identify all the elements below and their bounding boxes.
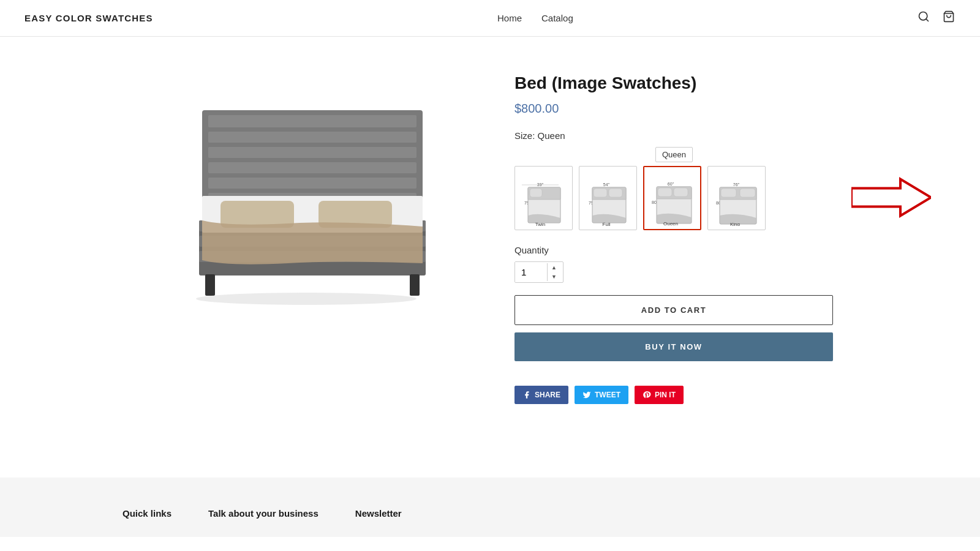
svg-text:King: King [730, 222, 740, 226]
svg-rect-4 [208, 115, 417, 127]
svg-text:Queen: Queen [663, 221, 678, 225]
site-logo: EASY COLOR SWATCHES [24, 13, 153, 23]
footer-columns: Quick links Talk about your business New… [123, 508, 858, 519]
nav-catalog[interactable]: Catalog [541, 13, 573, 23]
site-header: EASY COLOR SWATCHES Home Catalog [0, 0, 980, 37]
svg-rect-46 [740, 189, 755, 197]
svg-text:60": 60" [668, 182, 674, 186]
svg-text:Full: Full [603, 222, 611, 226]
svg-rect-8 [208, 178, 417, 189]
product-price: $800.00 [514, 102, 833, 116]
svg-rect-25 [530, 189, 542, 197]
svg-rect-6 [208, 147, 417, 158]
tweet-button[interactable]: TWEET [575, 386, 628, 404]
social-buttons: SHARE TWEET PIN IT [514, 386, 833, 404]
svg-point-19 [196, 293, 417, 305]
quantity-label: Quantity [514, 245, 833, 255]
header-icons [918, 10, 956, 26]
svg-rect-7 [208, 162, 417, 173]
svg-rect-45 [721, 189, 736, 197]
footer-col-business: Talk about your business [208, 508, 318, 519]
product-image-area [147, 73, 466, 308]
svg-rect-18 [410, 274, 420, 296]
quantity-up-button[interactable]: ▲ [548, 263, 560, 272]
footer-col-newsletter: Newsletter [355, 508, 402, 519]
quantity-input[interactable] [515, 262, 547, 282]
swatch-full[interactable]: 54" 75" Full [579, 166, 637, 230]
share-facebook-button[interactable]: SHARE [514, 386, 568, 404]
quantity-input-wrap: ▲ ▼ [514, 261, 564, 283]
product-title: Bed (Image Swatches) [514, 73, 833, 93]
svg-text:76": 76" [733, 182, 740, 187]
svg-rect-17 [205, 274, 215, 296]
swatch-twin[interactable]: 39" 75" Twin [514, 166, 573, 230]
svg-marker-48 [851, 179, 931, 216]
footer-col-quicklinks: Quick links [123, 508, 172, 519]
svg-rect-31 [594, 189, 607, 197]
size-selected-value: Queen [538, 130, 565, 141]
svg-rect-32 [609, 189, 622, 197]
size-section: Size: Queen Queen 39" 75" [514, 130, 833, 230]
svg-line-1 [926, 19, 929, 21]
buy-it-now-button[interactable]: BUY IT NOW [514, 332, 833, 361]
add-to-cart-button[interactable]: ADD TO CART [514, 295, 833, 325]
size-label: Size: Queen [514, 130, 833, 141]
svg-rect-39 [674, 188, 688, 197]
svg-text:Twin: Twin [535, 222, 545, 226]
product-image [165, 73, 447, 306]
quantity-down-button[interactable]: ▼ [548, 272, 560, 282]
pin-it-button[interactable]: PIN IT [635, 386, 684, 404]
main-nav: Home Catalog [497, 13, 573, 23]
bed-image-container [165, 73, 447, 308]
swatch-queen[interactable]: 60" 80" Queen [643, 166, 701, 230]
svg-text:39": 39" [537, 182, 544, 187]
quantity-spinners: ▲ ▼ [547, 263, 560, 282]
size-swatches-row: 39" 75" Twin 54" 75" [514, 166, 833, 230]
svg-text:54": 54" [603, 182, 610, 187]
svg-rect-38 [658, 188, 672, 197]
size-tooltip: Queen [655, 147, 693, 162]
nav-home[interactable]: Home [497, 13, 522, 23]
cart-icon[interactable] [942, 10, 956, 26]
product-details: Bed (Image Swatches) $800.00 Size: Queen… [514, 73, 833, 404]
product-page: Bed (Image Swatches) $800.00 Size: Queen… [123, 37, 858, 441]
quantity-section: Quantity ▲ ▼ [514, 245, 833, 283]
svg-rect-5 [208, 132, 417, 143]
site-footer: Quick links Talk about your business New… [0, 478, 980, 537]
swatch-king[interactable]: 76" 80" King [707, 166, 766, 230]
search-icon[interactable] [918, 10, 930, 26]
arrow-annotation [851, 176, 931, 220]
